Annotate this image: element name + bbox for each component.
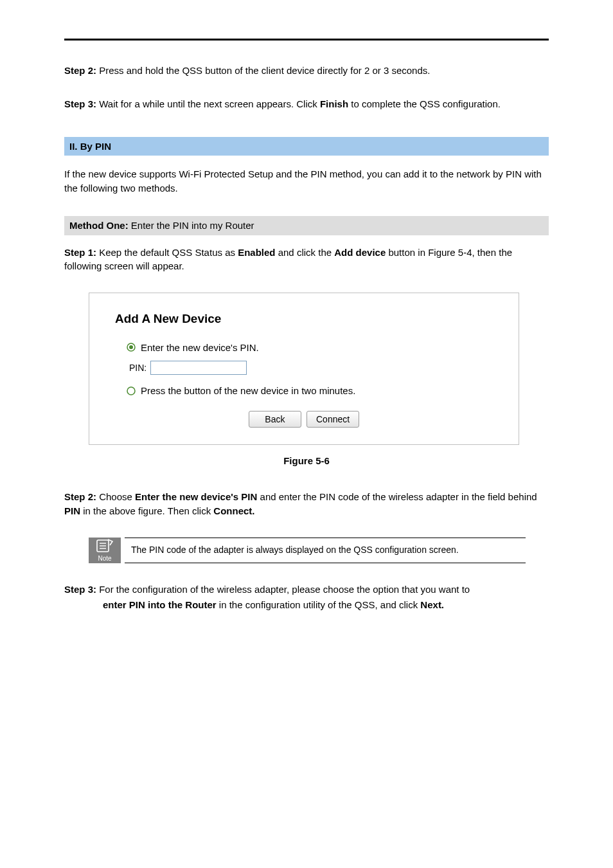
- svg-point-2: [127, 387, 135, 395]
- note-block: Note The PIN code of the adapter is alwa…: [89, 538, 526, 564]
- pin-input[interactable]: [150, 361, 247, 375]
- pin-label: PIN:: [129, 361, 147, 374]
- step2-b-bold1: Enter the new device's PIN: [135, 491, 257, 502]
- note-icon: Note: [89, 538, 121, 564]
- document-page: Step 2: Press and hold the QSS button of…: [0, 0, 613, 683]
- radio-press-button-label: Press the button of the new device in tw…: [141, 384, 355, 398]
- step1-b-mid: and click the: [276, 247, 335, 258]
- note-label: Note: [98, 554, 111, 564]
- step3-b-label: Step 3:: [64, 584, 96, 595]
- back-button[interactable]: Back: [249, 411, 301, 428]
- step1-b-before: Keep the default QSS Status as: [96, 247, 238, 258]
- step3-first-label: Step 3:: [64, 98, 96, 109]
- step3-b-bold2: Next.: [420, 599, 444, 610]
- step2-b-mid: in the above figure. Then click: [80, 505, 213, 516]
- radio-enter-pin-row[interactable]: Enter the new device's PIN.: [127, 341, 493, 355]
- step1-b-label: Step 1:: [64, 247, 96, 258]
- step2-b-after1: and enter the PIN code of the wireless a…: [257, 491, 537, 502]
- method-one-bar: Method One: Enter the PIN into my Router: [64, 216, 549, 235]
- step2-b-bold2: PIN: [64, 505, 80, 516]
- bypin-intro: If the new device supports Wi-Fi Protect…: [64, 167, 549, 195]
- radio-unselected-icon: [127, 386, 136, 395]
- step1-b-bold1: Enabled: [238, 247, 275, 258]
- step2-b-bold3: Connect.: [213, 505, 254, 516]
- step3-first-text-after: to complete the QSS configuration.: [348, 98, 501, 109]
- step3-b-block: Step 3: For the configuration of the wir…: [64, 583, 549, 612]
- step2-b-before: Choose: [96, 491, 135, 502]
- radio-selected-icon: [127, 343, 136, 352]
- step3-first-text-before: Wait for a while until the next screen a…: [96, 98, 320, 109]
- top-rule: [64, 39, 549, 41]
- svg-point-1: [129, 345, 133, 349]
- step3-b-line1: For the configuration of the wireless ad…: [96, 584, 470, 595]
- radio-enter-pin-label: Enter the new device's PIN.: [141, 341, 259, 355]
- step2-first-label: Step 2:: [64, 65, 96, 76]
- method-one-text: Enter the PIN into my Router: [129, 220, 254, 231]
- heading-by-pin: II. By PIN: [64, 137, 549, 156]
- note-body: The PIN code of the adapter is always di…: [125, 538, 526, 564]
- pin-row: PIN:: [129, 361, 493, 375]
- step2-first-text: Press and hold the QSS button of the cli…: [96, 65, 430, 76]
- figure-title: Add A New Device: [115, 310, 493, 328]
- step3-first-block: Step 3: Wait for a while until the next …: [64, 97, 549, 111]
- step3-first-bold: Finish: [320, 98, 348, 109]
- method-one-label: Method One:: [69, 220, 129, 231]
- radio-press-button-row[interactable]: Press the button of the new device in tw…: [127, 384, 493, 398]
- step1-b-block: Step 1: Keep the default QSS Status as E…: [64, 246, 549, 274]
- connect-button[interactable]: Connect: [306, 411, 359, 428]
- step2-b-label: Step 2:: [64, 491, 96, 502]
- step1-b-bold2: Add device: [334, 247, 386, 258]
- step2-b-block: Step 2: Choose Enter the new device's PI…: [64, 490, 549, 518]
- step3-b-bold1: enter PIN into the Router: [103, 599, 217, 610]
- figure-caption: Figure 5-6: [64, 454, 549, 468]
- notebook-icon: [95, 538, 114, 554]
- step2-first-block: Step 2: Press and hold the QSS button of…: [64, 64, 549, 78]
- step3-b-mid: in the configuration utility of the QSS,…: [217, 599, 421, 610]
- figure-button-row: Back Connect: [115, 411, 493, 428]
- figure-add-new-device: Add A New Device Enter the new device's …: [89, 293, 519, 445]
